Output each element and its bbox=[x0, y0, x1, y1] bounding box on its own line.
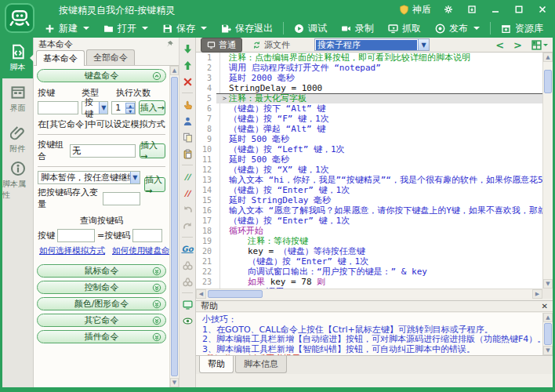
move-up-icon[interactable] bbox=[181, 59, 194, 71]
toolbar-button-保存[interactable]: 保存 bbox=[155, 20, 214, 37]
code-area[interactable]: 1注释：点击编辑界面的注释按钮，即可看到比较详细的脚本说明2调用 启动程序或打开… bbox=[196, 53, 542, 289]
sidebar-item-脚本[interactable]: 脚本 bbox=[2, 38, 33, 78]
code-line-1[interactable]: 1注释：点击编辑界面的注释按钮，即可看到比较详细的脚本说明 bbox=[196, 53, 542, 63]
copy-icon[interactable] bbox=[181, 131, 194, 143]
code-line-21[interactable]: 21（键盘）按 “Enter” 键，1次 bbox=[196, 256, 542, 267]
comment-icon[interactable]: // bbox=[181, 170, 194, 183]
insert-pause-button[interactable]: 插入→ bbox=[144, 177, 165, 192]
tab-全部命令[interactable]: 全部命令 bbox=[86, 49, 135, 65]
code-line-14[interactable]: 14（键盘）按 “Enter” 键，1次 bbox=[196, 185, 542, 195]
scroll-up-icon[interactable]: ▲ bbox=[543, 313, 553, 322]
panel-scrollbar[interactable]: ▲ ▼ bbox=[169, 66, 179, 387]
scroll-right-icon[interactable]: ▶ bbox=[532, 289, 542, 299]
section-颜色/图形命令[interactable]: 颜色/图形命令 bbox=[37, 297, 166, 310]
code-line-13[interactable]: 13输入文本 “hi，你好，我是”“按键精灵”“，我是个很有趣的软件，如果你愿意… bbox=[196, 175, 542, 185]
section-keyboard-commands[interactable]: 键盘命令 bbox=[37, 69, 166, 82]
code-line-2[interactable]: 2调用 启动程序或打开文件 “notepad” bbox=[196, 63, 542, 73]
undo-icon[interactable] bbox=[181, 203, 194, 216]
scroll-up-icon[interactable]: ▲ bbox=[543, 53, 553, 62]
section-其它命令[interactable]: 其它命令 bbox=[37, 314, 166, 327]
store-keycode-input[interactable] bbox=[103, 192, 140, 205]
pin-icon[interactable] bbox=[165, 40, 174, 49]
code-line-3[interactable]: 3延时 2000 毫秒 bbox=[196, 73, 542, 83]
scroll-up-icon[interactable]: ▲ bbox=[170, 66, 179, 75]
toolbar-button-抓取[interactable]: 抓取 bbox=[381, 20, 428, 37]
code-horizontal-scrollbar[interactable]: ◀ ▶ bbox=[196, 289, 542, 299]
toolbar-button-打开[interactable]: 打开 bbox=[96, 20, 155, 37]
query-code-input[interactable] bbox=[132, 229, 162, 242]
pause-mode-select[interactable]: 脚本暂停，按任意键继续▼ bbox=[38, 171, 140, 184]
scroll-down-icon[interactable]: ▼ bbox=[170, 378, 179, 387]
code-line-12[interactable]: 12（键盘）按 “X” 键，1次 bbox=[196, 165, 542, 175]
key-combo-input[interactable] bbox=[70, 144, 136, 158]
scroll-thumb[interactable] bbox=[171, 77, 178, 376]
view-tab-普通[interactable]: 普通 bbox=[201, 38, 242, 53]
code-line-4[interactable]: 4StringDelay = 1000 bbox=[196, 83, 542, 93]
sidebar-item-脚本属性[interactable]: 脚本属性 bbox=[2, 160, 33, 201]
find-icon[interactable] bbox=[181, 259, 194, 271]
code-line-7[interactable]: 7（键盘）按 “F” 键，1次 bbox=[196, 114, 542, 124]
uncomment-icon[interactable]: // bbox=[181, 187, 194, 199]
link-如何使用键盘命令[interactable]: 如何使用键盘命令 bbox=[112, 245, 169, 256]
hand-icon[interactable] bbox=[181, 98, 194, 111]
maximize-button[interactable] bbox=[513, 3, 525, 16]
eye-icon[interactable] bbox=[181, 314, 194, 327]
settings-gear-icon[interactable] bbox=[442, 3, 455, 16]
scroll-down-icon[interactable]: ▼ bbox=[543, 346, 553, 355]
section-控制命令[interactable]: 控制命令 bbox=[37, 281, 166, 294]
move-down-icon[interactable] bbox=[181, 42, 194, 55]
minimize-button[interactable] bbox=[489, 3, 502, 16]
scroll-thumb[interactable] bbox=[544, 323, 552, 345]
query-key-input[interactable] bbox=[57, 229, 95, 242]
insert-key-button[interactable]: 插入→ bbox=[139, 100, 165, 115]
bottom-tab-帮助[interactable]: 帮助 bbox=[199, 356, 234, 373]
shield-badge[interactable]: 神盾 bbox=[399, 3, 431, 16]
scroll-thumb[interactable] bbox=[544, 70, 552, 93]
code-line-22[interactable]: 22向调试窗口输出：“用户按下的键是：” & key bbox=[196, 267, 542, 277]
find-next-icon[interactable] bbox=[181, 275, 194, 288]
code-line-19[interactable]: 19注释：等待按键 bbox=[196, 236, 542, 246]
code-line-15[interactable]: 15延时 StringDelay 毫秒 bbox=[196, 195, 542, 205]
toolbar-button-保存退出[interactable]: 保存退出 bbox=[214, 20, 280, 37]
step-down-icon[interactable]: ▼ bbox=[125, 108, 135, 114]
bottom-tab-脚本信息[interactable]: 脚本信息 bbox=[235, 356, 287, 373]
layout-grid-icon[interactable] bbox=[531, 40, 548, 50]
section-鼠标命令[interactable]: 鼠标命令 bbox=[37, 264, 166, 278]
toolbar-button-发布[interactable]: 发布 bbox=[428, 20, 487, 37]
delete-icon[interactable] bbox=[181, 75, 194, 88]
tab-基本命令[interactable]: 基本命令 bbox=[36, 50, 85, 66]
section-插件命令[interactable]: 插件命令 bbox=[37, 330, 166, 343]
code-line-18[interactable]: 18循环开始 bbox=[196, 226, 542, 236]
minimize-to-tray-icon[interactable] bbox=[466, 3, 478, 16]
code-line-8[interactable]: 8（键盘）弹起 “Alt” 键 bbox=[196, 124, 542, 134]
scroll-left-icon[interactable]: ◀ bbox=[196, 289, 206, 299]
code-line-17[interactable]: 17（键盘）按 “Enter” 键，1次 bbox=[196, 216, 542, 226]
close-button[interactable] bbox=[536, 3, 549, 16]
redo-icon[interactable] bbox=[181, 220, 194, 232]
scroll-thumb[interactable] bbox=[208, 290, 263, 298]
code-line-5[interactable]: 5＞注释：最大化写字板 bbox=[196, 93, 542, 103]
subroutine-search-combo[interactable]: 搜索子程序 ▼ bbox=[314, 38, 430, 51]
code-line-6[interactable]: 6（键盘）按下 “Alt” 键 bbox=[196, 103, 542, 114]
help-scrollbar[interactable]: ▲ ▼ bbox=[542, 313, 553, 355]
toolbar-button-调试[interactable]: 调试 bbox=[287, 20, 334, 37]
nav-next-icon[interactable]: > bbox=[513, 39, 522, 51]
code-line-16[interactable]: 16输入文本 “愿意了解我吗？如果愿意，请你按下键盘上的Y键，如果不喜欢我，那就… bbox=[196, 205, 542, 216]
key-input[interactable] bbox=[38, 101, 78, 114]
toolbar-button-录制[interactable]: 录制 bbox=[334, 20, 381, 37]
code-vertical-scrollbar[interactable]: ▲ ▼ bbox=[542, 53, 553, 289]
user-icon[interactable] bbox=[181, 114, 194, 127]
sidebar-item-界面[interactable]: 界面 bbox=[2, 78, 33, 119]
code-line-9[interactable]: 9延时 500 毫秒 bbox=[196, 134, 542, 144]
code-line-23[interactable]: 23如果 key = 78 则 bbox=[196, 277, 542, 287]
help-close-icon[interactable]: ✕ bbox=[542, 302, 548, 310]
code-line-11[interactable]: 11延时 500 毫秒 bbox=[196, 154, 542, 165]
sidebar-item-附件[interactable]: 附件 bbox=[2, 119, 33, 160]
nav-prev-icon[interactable]: < bbox=[495, 39, 504, 51]
code-line-10[interactable]: 10（键盘）按 “Left” 键，1次 bbox=[196, 144, 542, 154]
code-line-20[interactable]: 20key = （键盘）等待按任意键 bbox=[196, 246, 542, 256]
step-up-icon[interactable]: ▲ bbox=[125, 103, 135, 108]
count-stepper[interactable]: 1▲▼ bbox=[111, 101, 136, 114]
paste-icon[interactable] bbox=[181, 147, 194, 160]
view-tab-源文件[interactable]: 源文件 bbox=[247, 38, 296, 53]
